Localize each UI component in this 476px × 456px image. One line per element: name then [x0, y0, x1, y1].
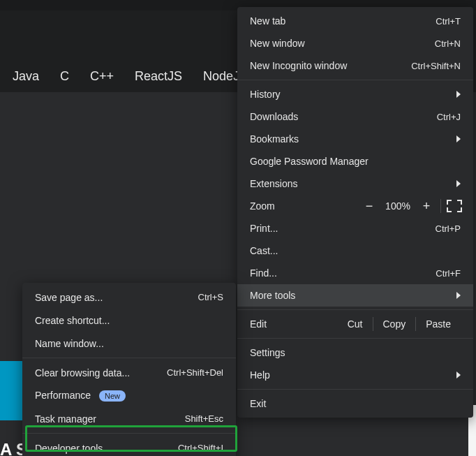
zoom-value: 100% — [379, 200, 417, 212]
menu-separator — [237, 80, 473, 80]
menu-shortcut: Shift+Esc — [185, 413, 223, 424]
menu-label: Find... — [250, 267, 277, 279]
menu-label: Task manager — [35, 413, 96, 425]
menu-extensions[interactable]: Extensions — [237, 172, 473, 195]
submenu-performance[interactable]: Performance New — [22, 384, 236, 407]
menu-label: Save page as... — [35, 292, 103, 303]
chevron-right-icon — [456, 292, 461, 299]
chrome-main-menu: New tab Ctrl+T New window Ctrl+N New Inc… — [237, 7, 473, 418]
menu-print[interactable]: Print... Ctrl+P — [237, 217, 473, 240]
chevron-right-icon — [456, 135, 461, 142]
menu-label: Name window... — [35, 338, 104, 349]
menu-label: Google Password Manager — [250, 156, 369, 167]
menu-label: New window — [250, 38, 305, 49]
menu-label: New tab — [250, 15, 285, 27]
edit-paste-button[interactable]: Paste — [416, 318, 461, 330]
tab-c[interactable]: C — [50, 60, 80, 92]
menu-find[interactable]: Find... Ctrl+F — [237, 262, 473, 284]
menu-label: Performance — [35, 390, 91, 401]
menu-shortcut: Ctrl+T — [436, 16, 461, 27]
menu-separator — [237, 309, 473, 310]
menu-new-window[interactable]: New window Ctrl+N — [237, 32, 473, 54]
fullscreen-icon[interactable] — [448, 201, 461, 211]
menu-shortcut: Ctrl+S — [198, 292, 223, 302]
menu-shortcut: Ctrl+F — [436, 268, 461, 279]
menu-new-incognito[interactable]: New Incognito window Ctrl+Shift+N — [237, 54, 473, 77]
submenu-create-shortcut[interactable]: Create shortcut... — [22, 309, 236, 332]
menu-bookmarks[interactable]: Bookmarks — [237, 128, 473, 150]
tab-cpp[interactable]: C++ — [80, 60, 124, 92]
edit-cut-button[interactable]: Cut — [338, 318, 373, 330]
submenu-developer-tools[interactable]: Developer tools Ctrl+Shift+I — [22, 436, 236, 456]
chevron-right-icon — [456, 372, 461, 378]
menu-edit: Edit Cut Copy Paste — [237, 313, 473, 335]
menu-zoom: Zoom − 100% + — [237, 195, 473, 217]
chevron-right-icon — [456, 91, 461, 98]
menu-separator — [22, 433, 236, 434]
chevron-right-icon — [456, 180, 461, 187]
menu-label: Print... — [250, 223, 278, 234]
menu-label: New Incognito window — [250, 60, 347, 71]
edit-label: Edit — [250, 318, 304, 330]
menu-settings[interactable]: Settings — [237, 341, 473, 364]
menu-more-tools[interactable]: More tools — [237, 284, 473, 307]
menu-cast[interactable]: Cast... — [237, 240, 473, 262]
menu-label: More tools — [250, 290, 295, 301]
submenu-name-window[interactable]: Name window... — [22, 332, 236, 355]
menu-label: Bookmarks — [250, 133, 299, 145]
menu-downloads[interactable]: Downloads Ctrl+J — [237, 105, 473, 128]
submenu-task-manager[interactable]: Task manager Shift+Esc — [22, 407, 236, 430]
menu-label: Create shortcut... — [35, 315, 110, 326]
menu-label: Downloads — [250, 111, 298, 122]
menu-shortcut: Ctrl+N — [435, 38, 461, 49]
new-badge: New — [99, 390, 126, 402]
menu-shortcut: Ctrl+Shift+Del — [167, 367, 223, 378]
menu-label: Developer tools — [35, 443, 103, 454]
menu-separator — [237, 389, 473, 390]
tab-java[interactable]: Java — [0, 60, 50, 92]
zoom-label: Zoom — [250, 200, 304, 212]
menu-shortcut: Ctrl+Shift+I — [178, 443, 223, 453]
edit-copy-button[interactable]: Copy — [373, 318, 416, 330]
menu-label: Settings — [250, 347, 285, 358]
menu-label: History — [250, 89, 281, 100]
submenu-clear-browsing-data[interactable]: Clear browsing data... Ctrl+Shift+Del — [22, 361, 236, 384]
submenu-save-page[interactable]: Save page as... Ctrl+S — [22, 286, 236, 309]
menu-label: Extensions — [250, 178, 297, 189]
menu-label: Exit — [250, 398, 266, 409]
menu-label: Clear browsing data... — [35, 367, 130, 378]
menu-shortcut: Ctrl+J — [437, 112, 461, 122]
menu-new-tab[interactable]: New tab Ctrl+T — [237, 10, 473, 32]
menu-separator — [237, 338, 473, 339]
menu-separator — [22, 358, 236, 358]
menu-shortcut: Ctrl+P — [436, 223, 461, 234]
zoom-out-button[interactable]: − — [359, 199, 379, 214]
menu-password-manager[interactable]: Google Password Manager — [237, 150, 473, 172]
tab-reactjs[interactable]: ReactJS — [124, 60, 193, 92]
menu-shortcut: Ctrl+Shift+N — [411, 61, 461, 71]
menu-label: Help — [250, 369, 270, 381]
menu-history[interactable]: History — [237, 83, 473, 105]
menu-help[interactable]: Help — [237, 364, 473, 386]
zoom-in-button[interactable]: + — [417, 199, 436, 214]
menu-label: Cast... — [250, 245, 278, 256]
blue-side-block — [0, 361, 24, 420]
menu-exit[interactable]: Exit — [237, 392, 473, 415]
vertical-separator — [440, 199, 441, 213]
more-tools-submenu: Save page as... Ctrl+S Create shortcut..… — [22, 283, 236, 456]
